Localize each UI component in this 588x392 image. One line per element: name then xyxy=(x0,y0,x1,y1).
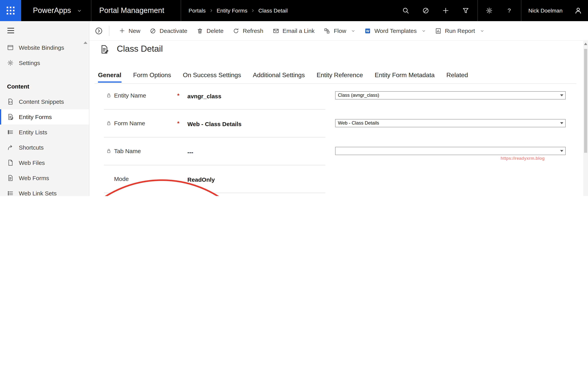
topbar-divider xyxy=(91,0,91,21)
tab-form-options[interactable]: Form Options xyxy=(133,72,171,83)
sitemap-sidebar: Website Bindings Settings Content Conten… xyxy=(0,21,89,196)
chevron-down-icon xyxy=(351,29,355,33)
help-icon[interactable] xyxy=(499,0,519,21)
expand-command-bar-icon[interactable] xyxy=(94,26,104,36)
circle-slash-icon xyxy=(150,28,156,34)
plus-icon xyxy=(119,28,125,34)
run-report-button[interactable]: Run Report xyxy=(430,21,489,40)
sidebar-item-web-files[interactable]: Web Files xyxy=(0,155,89,170)
sidebar-item-website-bindings[interactable]: Website Bindings xyxy=(0,40,89,55)
form-content: Class Detail General Form Options On Suc… xyxy=(89,40,588,196)
document-icon xyxy=(7,160,14,166)
tab-additional-settings[interactable]: Additional Settings xyxy=(253,72,305,83)
mode-label: Mode xyxy=(114,176,129,182)
form-name-value: Web - Class Details xyxy=(187,120,241,127)
entity-name-dropdown[interactable]: Class (avngr_class) xyxy=(335,91,566,100)
sidebar-scroll-up-arrow[interactable] xyxy=(84,42,87,44)
tab-general[interactable]: General xyxy=(98,72,121,83)
scroll-up-arrow[interactable] xyxy=(584,43,587,45)
compass-icon[interactable] xyxy=(416,0,436,21)
watermark-text: https://readyxrm.blog xyxy=(501,156,545,160)
command-bar: New Deactivate Delete Refresh Email a Li… xyxy=(89,21,588,41)
topbar-divider xyxy=(521,0,521,21)
tab-name-value: --- xyxy=(187,149,193,156)
deactivate-button[interactable]: Deactivate xyxy=(145,21,192,40)
word-templates-button[interactable]: Word Templates xyxy=(360,21,430,40)
app-launcher-icon[interactable] xyxy=(0,0,21,21)
field-separator xyxy=(104,109,325,110)
lock-icon xyxy=(106,148,111,154)
tab-entity-reference[interactable]: Entity Reference xyxy=(317,72,363,83)
record-id-query-label: Record ID Query String Parameter Name xyxy=(344,194,396,196)
sidebar-item-entity-forms[interactable]: Entity Forms xyxy=(0,109,89,124)
sidebar-item-entity-lists[interactable]: Entity Lists xyxy=(0,124,89,140)
sidebar-item-settings[interactable]: Settings xyxy=(0,55,89,70)
code-document-icon xyxy=(7,98,14,105)
list-icon xyxy=(7,129,14,136)
user-name[interactable]: Nick Doelman xyxy=(523,8,568,14)
field-separator xyxy=(104,137,325,138)
shortcut-arrow-icon xyxy=(7,144,14,151)
report-icon xyxy=(435,28,441,34)
envelope-icon xyxy=(273,28,279,34)
page-title: Class Detail xyxy=(117,44,163,54)
form-name-label: Form Name xyxy=(114,120,145,126)
form-icon xyxy=(100,45,109,54)
refresh-icon xyxy=(233,28,239,34)
dropdown-caret-icon xyxy=(560,150,563,152)
chevron-down-icon xyxy=(422,29,426,33)
sidebar-toggle-button[interactable] xyxy=(0,21,89,40)
link-list-icon xyxy=(7,190,14,196)
chevron-down-icon xyxy=(77,8,82,13)
sidebar-item-web-link-sets[interactable]: Web Link Sets xyxy=(0,186,89,196)
window-icon xyxy=(7,44,14,51)
commandbar-divider xyxy=(109,26,109,36)
tabs-underline xyxy=(95,84,576,84)
mode-value: ReadOnly xyxy=(187,176,215,183)
tab-related[interactable]: Related xyxy=(446,72,468,83)
search-icon[interactable] xyxy=(396,0,416,21)
sidebar-item-content-snippets[interactable]: Content Snippets xyxy=(0,94,89,109)
module-title: Portal Management xyxy=(92,6,171,15)
powerapps-app-menu[interactable]: PowerApps xyxy=(33,6,82,15)
sidebar-item-shortcuts[interactable]: Shortcuts xyxy=(0,140,89,155)
flow-button[interactable]: Flow xyxy=(319,21,360,40)
scrollbar-thumb[interactable] xyxy=(584,49,587,153)
filter-icon[interactable] xyxy=(456,0,476,21)
powerapps-portal-management-window: PowerApps Portal Management Portals Enti… xyxy=(0,0,588,196)
quick-create-plus-icon[interactable] xyxy=(436,0,456,21)
dropdown-caret-icon xyxy=(560,122,563,124)
sidebar-item-web-forms[interactable]: Web Forms xyxy=(0,170,89,186)
form-tabs: General Form Options On Success Settings… xyxy=(98,72,468,83)
form-name-dropdown[interactable]: Web - Class Details xyxy=(335,119,566,127)
trash-icon xyxy=(197,28,203,34)
dropdown-caret-icon xyxy=(560,94,563,96)
form-icon xyxy=(7,114,14,120)
tab-name-label: Tab Name xyxy=(114,148,141,154)
breadcrumb-entity-forms[interactable]: Entity Forms xyxy=(217,8,247,14)
tab-entity-form-metadata[interactable]: Entity Form Metadata xyxy=(375,72,435,83)
top-navigation-bar: PowerApps Portal Management Portals Enti… xyxy=(0,0,588,21)
document-lines-icon xyxy=(7,175,14,181)
user-avatar-icon[interactable] xyxy=(568,0,588,21)
breadcrumb-portals[interactable]: Portals xyxy=(189,8,206,14)
email-a-link-button[interactable]: Email a Link xyxy=(268,21,319,40)
settings-gear-icon[interactable] xyxy=(479,0,499,21)
tab-name-dropdown[interactable] xyxy=(335,147,566,155)
vertical-scrollbar[interactable] xyxy=(583,40,588,196)
breadcrumb-class-detail[interactable]: Class Detail xyxy=(258,8,287,14)
new-button[interactable]: New xyxy=(114,21,145,40)
lock-icon xyxy=(106,120,111,126)
word-icon xyxy=(365,28,371,34)
required-marker: * xyxy=(407,195,410,196)
entity-name-value: avngr_class xyxy=(187,93,221,100)
lock-icon xyxy=(106,93,111,98)
gear-icon xyxy=(7,60,14,66)
entity-name-label: Entity Name xyxy=(114,92,146,99)
refresh-button[interactable]: Refresh xyxy=(228,21,268,40)
flow-icon xyxy=(324,28,330,34)
app-name: PowerApps xyxy=(33,6,71,15)
delete-button[interactable]: Delete xyxy=(192,21,228,40)
topbar-actions: Nick Doelman xyxy=(396,0,588,21)
tab-on-success-settings[interactable]: On Success Settings xyxy=(183,72,241,83)
